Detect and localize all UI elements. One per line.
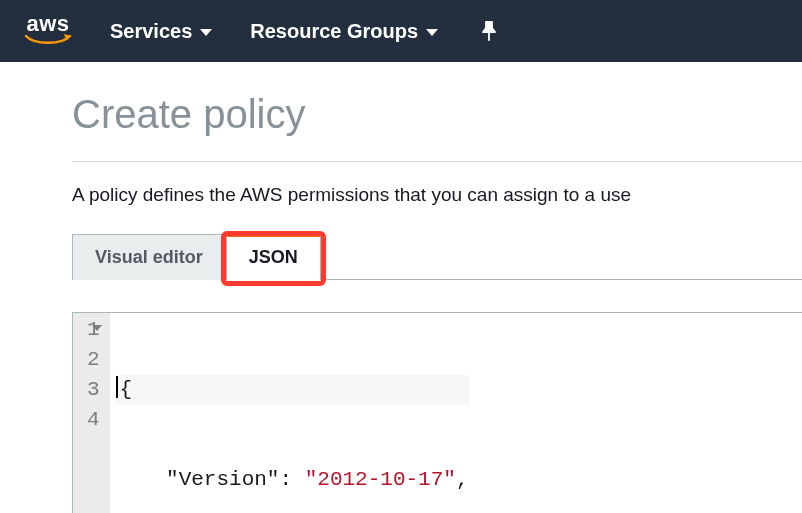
tab-underline xyxy=(321,279,802,280)
nav-resource-groups-label: Resource Groups xyxy=(250,20,418,43)
tab-json[interactable]: JSON xyxy=(226,234,321,280)
top-nav: aws Services Resource Groups xyxy=(0,0,802,62)
line-number: 3 xyxy=(87,375,100,405)
aws-logo[interactable]: aws xyxy=(24,13,72,49)
tab-visual-editor[interactable]: Visual editor xyxy=(72,234,226,280)
tab-visual-editor-label: Visual editor xyxy=(95,247,203,267)
code-line: "Version": "2012-10-17", xyxy=(116,465,469,495)
tabs: Visual editor JSON xyxy=(72,234,802,280)
chevron-down-icon xyxy=(200,29,212,36)
editor-code[interactable]: { "Version": "2012-10-17", "Statement": … xyxy=(110,313,469,513)
divider xyxy=(72,161,802,162)
chevron-down-icon xyxy=(426,29,438,36)
aws-smile-icon xyxy=(24,33,72,49)
page-title: Create policy xyxy=(72,92,802,137)
aws-logo-text: aws xyxy=(26,13,69,35)
line-number: 2 xyxy=(87,345,100,375)
main-content: Create policy A policy defines the AWS p… xyxy=(0,62,802,513)
nav-resource-groups[interactable]: Resource Groups xyxy=(250,20,438,43)
nav-services[interactable]: Services xyxy=(110,20,212,43)
editor-gutter: 1 2 3 4 xyxy=(73,313,110,513)
nav-pin[interactable] xyxy=(480,21,498,41)
line-number: 4 xyxy=(87,405,100,435)
line-number: 1 xyxy=(87,315,100,345)
pin-icon xyxy=(480,21,498,41)
policy-description: A policy defines the AWS permissions tha… xyxy=(72,184,802,206)
json-editor[interactable]: 1 2 3 4 { "Version": "2012-10-17", "Stat… xyxy=(72,312,802,513)
tab-json-label: JSON xyxy=(249,247,298,267)
nav-services-label: Services xyxy=(110,20,192,43)
code-line: { xyxy=(116,375,469,405)
text-cursor xyxy=(116,376,118,398)
fold-icon[interactable] xyxy=(92,325,102,331)
